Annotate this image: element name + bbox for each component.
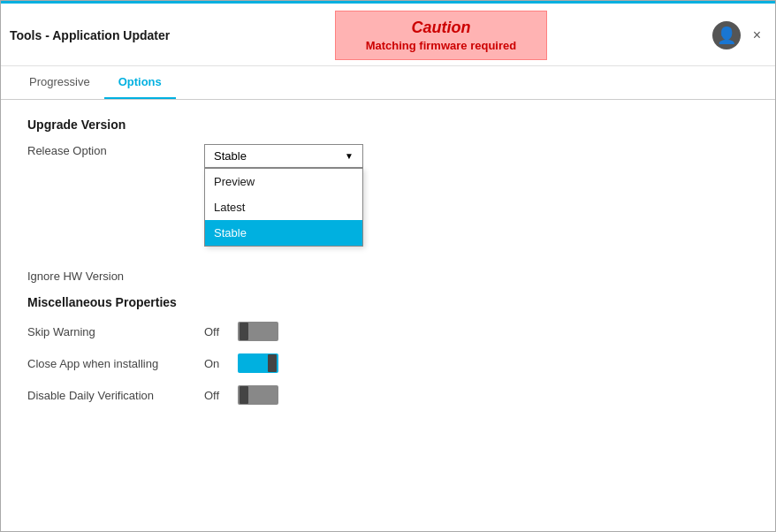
title-bar: Tools - Application Updater Caution Matc… — [1, 4, 775, 66]
release-option-selected[interactable]: Stable ▼ — [204, 144, 363, 168]
ignore-hw-version-row: Ignore HW Version — [27, 270, 749, 283]
disable-daily-label: Disable Daily Verification — [27, 389, 204, 402]
tab-progressive[interactable]: Progressive — [15, 66, 104, 99]
skip-warning-state: Off — [204, 325, 231, 338]
disable-daily-state: Off — [204, 389, 231, 402]
skip-warning-toggle[interactable] — [238, 322, 278, 341]
release-option-row: Release Option Stable ▼ Preview Latest S… — [27, 144, 749, 168]
skip-warning-row: Skip Warning Off — [27, 322, 749, 341]
upgrade-version-title: Upgrade Version — [27, 118, 749, 132]
close-app-toggle[interactable] — [238, 353, 278, 373]
release-option-dropdown-wrapper: Stable ▼ Preview Latest Stable — [204, 144, 363, 168]
release-option-dropdown: Preview Latest Stable — [204, 168, 363, 247]
skip-warning-thumb — [240, 323, 248, 340]
title-bar-right: 👤 × — [712, 21, 766, 49]
main-window: Tools - Application Updater Caution Matc… — [0, 0, 776, 532]
disable-daily-row: Disable Daily Verification Off — [27, 385, 749, 405]
option-preview[interactable]: Preview — [205, 169, 362, 194]
skip-warning-label: Skip Warning — [27, 325, 204, 338]
misc-section-title: Miscellaneous Properties — [27, 295, 749, 309]
disable-daily-toggle-wrap: Off — [204, 385, 278, 405]
tab-options[interactable]: Options — [104, 66, 176, 99]
close-app-label: Close App when installing — [27, 357, 204, 370]
close-app-thumb — [268, 354, 277, 372]
skip-warning-toggle-wrap: Off — [204, 322, 278, 341]
dropdown-arrow-icon: ▼ — [345, 151, 354, 161]
release-option-value: Stable — [214, 149, 345, 163]
content-area: Upgrade Version Release Option Stable ▼ … — [1, 100, 775, 531]
close-app-state: On — [204, 357, 231, 370]
option-latest[interactable]: Latest — [205, 194, 362, 220]
option-stable[interactable]: Stable — [205, 220, 362, 246]
close-button[interactable]: × — [748, 27, 766, 44]
ignore-hw-version-label: Ignore HW Version — [27, 270, 204, 283]
disable-daily-thumb — [240, 386, 248, 404]
release-option-label: Release Option — [27, 144, 204, 157]
tab-bar: Progressive Options — [1, 66, 775, 100]
avatar: 👤 — [712, 21, 741, 49]
window-title: Tools - Application Updater — [10, 28, 170, 42]
disable-daily-toggle[interactable] — [238, 385, 278, 405]
caution-title: Caution — [350, 19, 532, 37]
close-app-row: Close App when installing On — [27, 353, 749, 373]
close-app-toggle-wrap: On — [204, 353, 278, 373]
caution-box: Caution Matching firmware required — [335, 11, 547, 60]
caution-area: Caution Matching firmware required — [335, 11, 547, 60]
avatar-icon: 👤 — [717, 26, 736, 45]
caution-subtitle: Matching firmware required — [350, 39, 532, 52]
